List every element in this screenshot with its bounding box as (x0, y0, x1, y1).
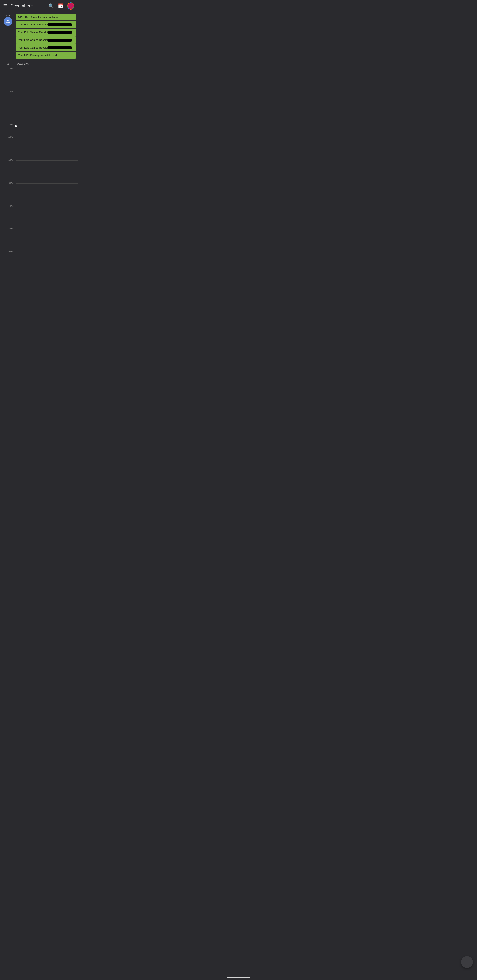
show-less-row: ∧ Show less (0, 60, 78, 67)
event-item-1[interactable]: UPS: Get Ready for Your Package! (16, 14, 76, 21)
show-less-button[interactable]: Show less (16, 62, 29, 65)
event-item-4[interactable]: Your Epic Games Receipt (16, 37, 76, 43)
time-row-1pm: 1 PM (0, 69, 78, 92)
time-row-7pm: 7 PM (0, 206, 78, 229)
event-text-4: Your Epic Games Receipt (18, 38, 48, 41)
time-label-8pm: 8 PM (0, 228, 16, 230)
redacted-4 (48, 39, 72, 41)
day-number[interactable]: 23 (3, 17, 12, 26)
event-text-6: Your UPS Package was delivered (18, 54, 57, 57)
event-item-3[interactable]: Your Epic Games Receipt (16, 29, 76, 36)
day-label: FRI 23 (0, 14, 16, 59)
event-item-6[interactable]: Your UPS Package was delivered (16, 52, 76, 59)
time-line-9pm (16, 252, 78, 252)
time-line-2pm (16, 92, 78, 92)
month-label: December (10, 3, 30, 8)
chevron-down-icon: ▾ (31, 4, 33, 8)
month-title[interactable]: December ▾ (10, 3, 48, 8)
time-label-6pm: 6 PM (0, 182, 16, 184)
event-text-1: UPS: Get Ready for Your Package! (18, 16, 59, 19)
menu-icon[interactable]: ☰ (3, 3, 7, 8)
event-item-2[interactable]: Your Epic Games Receipt (16, 21, 76, 28)
redacted-2 (48, 24, 72, 26)
header-icons: 🔍 📅 (48, 2, 74, 10)
event-text-3: Your Epic Games Receipt (18, 31, 48, 34)
time-row-9pm: 9 PM (0, 252, 78, 275)
time-label-4pm: 4 PM (0, 136, 16, 138)
time-line-1pm (16, 69, 78, 69)
timeline: 1 PM 2 PM 3 PM 4 PM 5 PM 6 PM 7 PM 8 PM … (0, 67, 78, 275)
redacted-3 (48, 31, 72, 34)
redacted-5 (48, 46, 72, 49)
app-header: ☰ December ▾ 🔍 📅 (0, 0, 78, 12)
time-label-2pm: 2 PM (0, 90, 16, 93)
current-time-row: 3 PM (0, 115, 78, 138)
current-time-dot (15, 125, 17, 127)
chevron-up-icon[interactable]: ∧ (0, 62, 16, 66)
day-section: FRI 23 UPS: Get Ready for Your Package! … (0, 12, 78, 60)
time-row-8pm: 8 PM (0, 229, 78, 252)
time-row-2pm: 2 PM (0, 92, 78, 115)
time-row-5pm: 5 PM (0, 161, 78, 183)
time-label-1pm: 1 PM (0, 67, 16, 70)
day-name: FRI (6, 14, 10, 17)
time-label-3pm: 3 PM (0, 124, 16, 126)
event-text-5: Your Epic Games Receipt (18, 46, 48, 49)
event-item-5[interactable]: Your Epic Games Receipt (16, 44, 76, 51)
time-label-5pm: 5 PM (0, 159, 16, 161)
event-text-2: Your Epic Games Receipt (18, 23, 48, 26)
time-label-7pm: 7 PM (0, 205, 16, 207)
events-list: UPS: Get Ready for Your Package! Your Ep… (16, 14, 78, 59)
time-row-6pm: 6 PM (0, 183, 78, 206)
time-label-9pm: 9 PM (0, 250, 16, 253)
time-row-4pm: 4 PM (0, 138, 78, 161)
avatar[interactable] (67, 2, 74, 10)
search-icon[interactable]: 🔍 (48, 3, 54, 8)
current-time-line (16, 126, 78, 126)
time-line-8pm (16, 229, 78, 229)
avatar-inner (68, 3, 74, 9)
calendar-icon[interactable]: 📅 (58, 3, 63, 8)
